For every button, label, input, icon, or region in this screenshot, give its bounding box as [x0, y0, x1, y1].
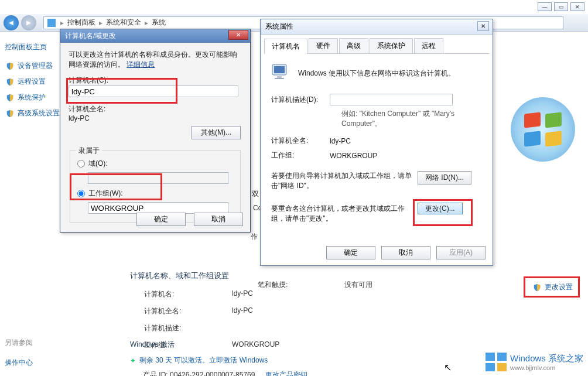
titlebar[interactable]: 系统属性 — [261, 19, 493, 35]
stray-text: 作 — [251, 232, 258, 242]
crumb-control-panel[interactable]: 控制面板 — [65, 18, 98, 28]
network-id-button[interactable]: 网络 ID(N)... — [418, 171, 471, 184]
apply-button[interactable]: 应用(A) — [436, 246, 486, 259]
activation-section: Windows 激活 ✦ 剩余 30 天 可以激活。立即激活 Windows 产… — [130, 340, 307, 376]
detail-link[interactable]: 详细信息 — [127, 60, 155, 69]
workgroup-input[interactable] — [88, 202, 228, 214]
svg-rect-2 — [277, 76, 282, 78]
sidebar-label: 系统保护 — [18, 93, 46, 102]
cancel-button[interactable]: 取消 — [381, 246, 430, 259]
watermark-icon — [486, 353, 507, 371]
activation-link[interactable]: ✦ 剩余 30 天 可以激活。立即激活 Windows — [130, 356, 307, 365]
cursor-icon: ↖ — [444, 362, 452, 373]
crumb-system-security[interactable]: 系统和安全 — [104, 18, 143, 28]
full-name-value: ldy-PC — [330, 137, 351, 145]
watermark: Windows 系统之家 www.bjjmlv.com — [486, 353, 583, 371]
back-button[interactable]: ◄ — [4, 15, 19, 30]
shield-icon — [6, 62, 14, 70]
change-text: 要重命名这台计算机，或者更改其域或工作组，请单击"更改"。 — [271, 204, 418, 224]
workgroup-value: WORKGROUP — [330, 152, 377, 160]
shield-icon — [533, 283, 541, 292]
tab-hardware[interactable]: 硬件 — [309, 38, 338, 53]
tab-advanced[interactable]: 高级 — [339, 38, 368, 53]
svg-rect-1 — [274, 66, 285, 73]
shield-icon — [6, 94, 14, 102]
close-icon[interactable]: ✕ — [477, 21, 489, 31]
tab-computer-name[interactable]: 计算机名 — [264, 39, 307, 54]
sidebar-label: 远程设置 — [18, 77, 46, 87]
highlight-box-computer-name — [66, 78, 177, 104]
maximize-button[interactable]: ▭ — [554, 2, 568, 11]
forward-button[interactable]: ► — [21, 15, 36, 30]
desc-label: 计算机描述(D): — [271, 95, 330, 105]
tab-remote[interactable]: 远程 — [414, 38, 443, 53]
full-name-label: 计算机全名: — [69, 104, 242, 114]
close-icon[interactable]: ✕ — [228, 30, 248, 40]
change-settings-link[interactable]: 更改设置 — [533, 282, 573, 292]
full-name-value: ldy-PC — [69, 114, 242, 122]
action-center-link[interactable]: 操作中心 — [5, 358, 33, 368]
more-button[interactable]: 其他(M)... — [192, 126, 241, 139]
sidebar-label: 高级系统设置 — [18, 108, 60, 118]
computer-description-input[interactable] — [330, 94, 453, 105]
highlight-box-workgroup — [70, 173, 162, 200]
control-panel-icon — [47, 19, 56, 27]
crumb-system[interactable]: 系统 — [149, 18, 168, 28]
svg-rect-3 — [275, 78, 284, 79]
dialog-computer-name-change: 计算机名/域更改 ✕ 可以更改这台计算机的名称和成员身份。更改可能影响网络资源的… — [60, 29, 251, 233]
sysprop-headline: Windows 使用以下信息在网络中标识这台计算机。 — [298, 69, 455, 78]
product-id: 产品 ID: 00426-292-0000007-85769 — [143, 370, 255, 376]
row-desc: 计算机描述: — [130, 320, 575, 337]
section-header-names: 计算机名称、域和工作组设置 — [130, 266, 575, 286]
netid-text: 若要使用向导将计算机加入域或工作组，请单击"网络 ID"。 — [271, 171, 418, 191]
shield-icon — [6, 78, 14, 86]
member-of-legend: 隶属于 — [76, 146, 102, 156]
change-product-key-link[interactable]: 更改产品密钥 — [265, 370, 307, 376]
genuine-icon: ✦ — [130, 357, 136, 365]
ok-button[interactable]: 确定 — [326, 246, 375, 259]
shield-icon — [6, 110, 14, 118]
row-computer-name: 计算机名: ldy-PC — [130, 286, 575, 303]
stray-text: 双 — [252, 189, 259, 199]
computer-icon — [271, 63, 292, 83]
close-button[interactable]: ✕ — [570, 2, 584, 11]
domain-radio[interactable] — [77, 160, 85, 168]
titlebar[interactable]: 计算机名/域更改 — [60, 29, 250, 43]
row-full-name: 计算机全名: ldy-PC — [130, 303, 575, 320]
highlight-box-change — [413, 199, 473, 226]
sidebar-label: 设备管理器 — [18, 61, 53, 71]
full-name-label: 计算机全名: — [271, 136, 330, 146]
tab-protection[interactable]: 系统保护 — [370, 38, 413, 53]
see-also-label: 另请参阅 — [5, 338, 33, 348]
dialog-system-properties: 系统属性 ✕ 计算机名 硬件 高级 系统保护 远程 Windows 使用以下信息… — [260, 19, 493, 266]
desc-hint: 例如: "Kitchen Computer" 或 "Mary's Compute… — [271, 109, 482, 129]
cancel-button[interactable]: 取消 — [194, 213, 243, 226]
ok-button[interactable]: 确定 — [136, 213, 186, 226]
minimize-button[interactable]: — — [538, 2, 552, 11]
domain-label: 域(O): — [88, 159, 108, 169]
windows-logo — [511, 97, 575, 162]
workgroup-label: 工作组: — [271, 151, 330, 160]
